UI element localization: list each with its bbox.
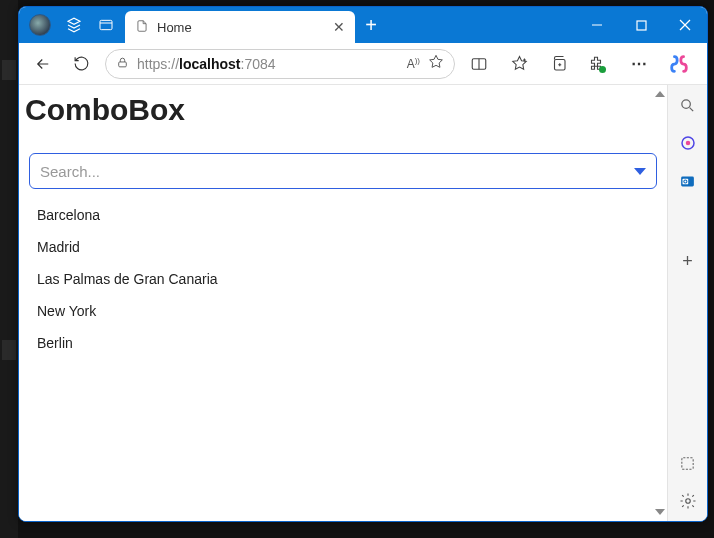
option-item[interactable]: Las Palmas de Gran Canaria (19, 263, 667, 295)
svg-rect-2 (637, 21, 646, 30)
settings-icon[interactable] (678, 491, 698, 511)
collections-icon[interactable] (545, 50, 573, 78)
toolbar: https://localhost:7084 A)) ⋯ (19, 43, 707, 85)
svg-point-12 (685, 141, 690, 146)
combobox[interactable] (29, 153, 657, 189)
option-item[interactable]: Barcelona (19, 199, 667, 231)
combobox-input[interactable] (40, 163, 634, 180)
search-icon[interactable] (678, 95, 698, 115)
titlebar: Home ✕ + (19, 7, 707, 43)
favorite-icon[interactable] (428, 54, 444, 73)
back-button[interactable] (29, 50, 57, 78)
refresh-button[interactable] (67, 50, 95, 78)
browser-tab[interactable]: Home ✕ (125, 11, 355, 43)
close-window-button[interactable] (663, 7, 707, 43)
page-icon (135, 19, 149, 36)
lock-icon (116, 56, 129, 72)
copilot-sidebar-icon[interactable] (678, 133, 698, 153)
workspaces-icon[interactable] (65, 16, 83, 34)
option-item[interactable]: Berlin (19, 327, 667, 359)
scroll-down-icon[interactable] (655, 509, 665, 515)
new-tab-button[interactable]: + (355, 7, 387, 43)
split-screen-icon[interactable] (465, 50, 493, 78)
svg-rect-16 (682, 457, 693, 468)
svg-point-17 (685, 499, 690, 504)
profile-avatar[interactable] (29, 14, 51, 36)
screenshot-icon[interactable] (678, 453, 698, 473)
svg-rect-0 (100, 20, 112, 29)
copilot-icon[interactable] (665, 50, 693, 78)
option-item[interactable]: New York (19, 295, 667, 327)
add-sidebar-icon[interactable]: + (678, 251, 698, 271)
favorites-icon[interactable] (505, 50, 533, 78)
tab-title: Home (157, 20, 325, 35)
page-content: ComboBox Barcelona Madrid Las Palmas de … (19, 85, 667, 521)
extensions-icon[interactable] (585, 50, 613, 78)
close-tab-icon[interactable]: ✕ (333, 19, 345, 35)
svg-line-10 (690, 107, 694, 111)
browser-sidebar: + (667, 85, 707, 521)
option-item[interactable]: Madrid (19, 231, 667, 263)
outlook-icon[interactable] (678, 171, 698, 191)
svg-point-9 (682, 99, 691, 108)
editor-gutter (0, 0, 18, 538)
more-icon[interactable]: ⋯ (625, 50, 653, 78)
combobox-options: Barcelona Madrid Las Palmas de Gran Cana… (19, 195, 667, 363)
svg-rect-5 (119, 61, 127, 66)
read-aloud-icon[interactable]: A)) (407, 56, 420, 71)
browser-window: Home ✕ + https:// (18, 6, 708, 522)
url-text: https://localhost:7084 (137, 56, 399, 72)
tab-actions-icon[interactable] (97, 16, 115, 34)
chevron-down-icon[interactable] (634, 168, 646, 175)
scroll-up-icon[interactable] (655, 91, 665, 97)
page-title: ComboBox (19, 85, 667, 143)
address-bar[interactable]: https://localhost:7084 A)) (105, 49, 455, 79)
maximize-button[interactable] (619, 7, 663, 43)
minimize-button[interactable] (575, 7, 619, 43)
